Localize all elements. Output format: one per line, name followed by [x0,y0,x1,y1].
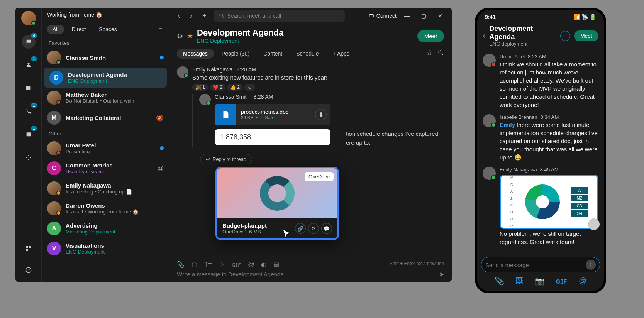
message-text: Some exciting new features are in store … [192,73,444,81]
refresh-icon[interactable]: ⟳ [308,223,319,234]
phone-meet-button[interactable]: Meet [574,30,598,41]
emoji-icon[interactable]: ☺ [219,261,225,268]
conversation-item[interactable]: V Visualizations ENG Deployment [42,238,169,259]
minimize-button[interactable]: — [400,11,414,20]
space-tab-messages[interactable]: Messages [177,49,214,59]
gif-icon[interactable]: ɢɪꜰ [232,261,241,268]
close-button[interactable]: ✕ [434,11,446,20]
download-icon[interactable]: ⬇ [315,109,327,120]
meet-button[interactable]: Meet [417,30,444,42]
conversation-item[interactable]: M Marketing Collateral 🔕 [42,108,169,128]
message-time: 8:45 AM [540,167,559,173]
space-tab-schedule[interactable]: Schedule [290,49,325,59]
titlebar: ‹ › + Search, meet, and call Connect — ▢… [169,8,452,24]
contact-status: Marketing Department [66,229,164,235]
phone-time: 9:41 [485,14,496,20]
rail-calendar-icon[interactable]: 1 [22,127,36,141]
tab-all[interactable]: All [47,25,64,34]
conversation-item[interactable]: Umar Patel Presenting [42,138,169,158]
phone-title: Development Agenda [489,25,556,41]
more-icon[interactable]: ⋯ [560,31,570,41]
attach-icon[interactable]: 📎 [177,261,185,268]
reaction-pill[interactable]: 👍 2 [227,84,243,91]
space-tab-apps[interactable]: + Apps [327,49,356,59]
phone-mention-icon[interactable]: @ [579,276,586,286]
format-icon[interactable]: Tᴛ [204,261,212,268]
avatar: M [47,111,61,125]
tab-spaces[interactable]: Spaces [93,25,122,34]
mention[interactable]: Emily [500,122,515,128]
rail-messaging-icon[interactable]: 4 [22,35,36,49]
file-attachment[interactable]: product-metrics.doc 24 KB • ✓ Safe ⬇ [215,104,330,125]
phone-signal-icon: 📶 📡 🔋 [573,14,596,20]
phone-attach-icon[interactable]: 📎 [495,276,504,286]
comment-icon[interactable]: 💬 [321,223,332,234]
phone-send-icon[interactable]: ↑ [586,260,596,270]
rail-teams-icon[interactable]: 1 [22,58,36,72]
audio-play-icon[interactable] [588,218,600,230]
add-reaction[interactable]: ☺ [244,84,255,91]
nav-back-icon[interactable]: ‹ [175,10,183,22]
space-tab-people[interactable]: People (30) [215,49,256,59]
favorite-star-icon[interactable]: ★ [187,32,193,40]
axis-label: D [510,210,514,214]
search-space-icon[interactable] [438,50,444,58]
rail-help-icon[interactable]: ? [22,263,36,277]
bitmoji-icon[interactable]: ◐ [261,261,266,268]
reply-to-thread-button[interactable]: ↩Reply to thread [200,154,252,164]
contact-name: Visualizations [66,242,164,249]
composer-input[interactable] [177,271,439,277]
rail-more-icon[interactable] [22,151,36,164]
maximize-button[interactable]: ▢ [417,11,430,20]
phone-image-icon[interactable]: 🖼 [515,276,523,286]
tab-direct[interactable]: Direct [66,25,92,34]
avatar [47,51,61,64]
person-icon[interactable]: ▤ [273,261,279,268]
space-tab-content[interactable]: Content [257,49,288,59]
file-safe-badge: ✓ Safe [260,115,275,120]
link-icon[interactable]: 🔗 [295,223,306,234]
phone-gif-icon[interactable]: ɢɪꜰ [556,276,567,286]
send-icon[interactable]: ➤ [439,271,444,278]
conversation-item[interactable]: A Advertising Marketing Department [42,218,169,238]
conversation-item[interactable]: C Common Metrics Usability research @ [42,158,169,178]
screen-icon[interactable]: ▢ [192,261,197,268]
avatar [483,114,496,127]
phone-composer[interactable]: ↑ [481,257,600,272]
onedrive-tag: OneDrive [305,172,334,181]
file-preview[interactable]: 1,878,358 [215,129,330,145]
message-item: Emily Nakagawa 8:20 AM Some exciting new… [177,66,444,91]
calendar-badge: 1 [31,126,37,131]
self-avatar[interactable] [21,11,36,25]
search-input[interactable]: Search, meet, and call [214,10,345,22]
chart-attachment[interactable]: MRAZCDOR AMZCDOR [500,175,598,229]
rail-contacts-icon[interactable] [22,81,36,95]
back-icon[interactable]: ‹ [483,31,485,41]
rail-apps-icon[interactable] [22,242,36,255]
nav-forward-icon[interactable]: › [187,10,195,22]
phone-camera-icon[interactable]: 📷 [535,276,544,286]
pin-icon[interactable] [426,50,432,58]
svg-rect-6 [26,249,28,251]
reaction-pill[interactable]: ❤️ 2 [210,84,225,91]
legend-item: CD [571,203,588,209]
filter-icon[interactable] [158,25,164,33]
share-preview-overlay[interactable]: OneDrive Budget-plan.ppt OneDrive 2.6 MB… [215,167,339,240]
phone-composer-input[interactable] [485,262,586,268]
conversation-item[interactable]: Matthew Baker Do Not Disturb • Out for a… [42,88,169,108]
connect-button[interactable]: Connect [369,13,397,19]
donut-chart [525,184,560,219]
reaction-pill[interactable]: 🎉 1 [192,84,208,91]
conversation-item[interactable]: D Development Agenda ENG Deployment [44,68,167,88]
new-tab-icon[interactable]: + [199,10,210,22]
rail-phone-icon[interactable]: 1 [22,104,36,118]
share-preview-thumbnail: OneDrive [217,168,337,218]
conversation-item[interactable]: Emily Nakagawa In a meeting • Catching u… [42,178,169,198]
mention-icon[interactable]: @ [248,261,254,268]
axis-label: M [510,176,514,179]
conversation-item[interactable]: Darren Owens In a call • Working from ho… [42,198,169,218]
contact-name: Advertising [66,222,164,229]
conversation-item[interactable]: Clarissa Smith [42,47,169,68]
svg-rect-4 [26,246,28,248]
settings-icon[interactable]: ⚙ [177,32,183,40]
